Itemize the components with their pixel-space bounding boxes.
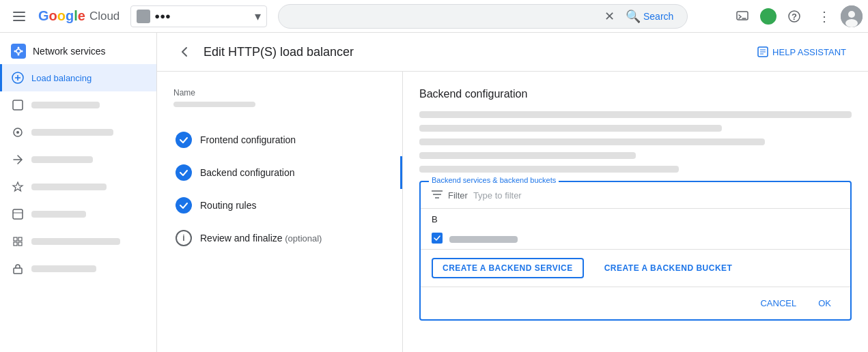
active-step-indicator: [400, 156, 402, 189]
item-content: [449, 233, 839, 243]
dropdown-item-1[interactable]: [421, 227, 850, 249]
skeleton-1: [419, 111, 852, 118]
page-header: Edit HTTP(S) load balancer HELP ASSISTAN…: [157, 33, 868, 72]
google-cloud-logo: Google Cloud: [38, 8, 120, 24]
sidebar-item-6[interactable]: [0, 201, 156, 228]
page-title: Edit HTTP(S) load balancer: [204, 45, 354, 59]
backend-services-dropdown[interactable]: Backend services & backend buckets Filte…: [419, 181, 852, 321]
sidebar-icon-2: [11, 98, 25, 112]
sidebar-item-2[interactable]: [0, 91, 156, 119]
step-check-review: i: [176, 230, 192, 246]
step-routing[interactable]: Routing rules: [173, 189, 386, 222]
svg-rect-27: [14, 268, 22, 274]
name-label: Name: [173, 88, 386, 98]
filter-icon: [432, 189, 443, 201]
create-backend-service-button[interactable]: CREATE A BACKEND SERVICE: [432, 258, 584, 278]
svg-point-9: [845, 19, 858, 27]
more-options-button[interactable]: ⋮: [811, 3, 838, 30]
step-label-frontend: Frontend configuration: [200, 134, 296, 145]
project-selector[interactable]: ●●● ▾: [130, 5, 267, 27]
user-avatar: [841, 5, 863, 27]
search-button[interactable]: 🔍 Search: [620, 6, 679, 27]
step-check-backend: [176, 164, 192, 181]
ok-button[interactable]: OK: [810, 294, 839, 312]
help-assistant-button[interactable]: HELP ASSISTANT: [752, 44, 852, 60]
item-checkbox[interactable]: [432, 233, 443, 244]
config-title: Backend configuration: [419, 88, 852, 100]
sidebar-item-5[interactable]: [0, 173, 156, 201]
sidebar-item-3[interactable]: [0, 119, 156, 146]
backend-services-label: Backend services & backend buckets: [429, 176, 559, 184]
step-backend[interactable]: Backend configuration: [173, 156, 386, 189]
terminal-button[interactable]: [729, 3, 756, 30]
step-check-routing: [176, 197, 192, 214]
sidebar-item-load-balancing[interactable]: Load balancing: [0, 64, 156, 91]
chevron-down-icon: ▾: [255, 9, 261, 24]
steps-panel: Name Frontend configuration Backend conf…: [157, 72, 403, 352]
svg-point-8: [848, 11, 855, 18]
sidebar-placeholder-2: [31, 102, 100, 108]
sidebar-placeholder-6: [31, 211, 86, 218]
svg-rect-24: [18, 237, 22, 241]
sidebar-item-4[interactable]: [0, 146, 156, 173]
sidebar-placeholder-7: [31, 238, 120, 245]
sidebar-placeholder-3: [31, 129, 113, 136]
step-frontend[interactable]: Frontend configuration: [173, 123, 386, 156]
step-label-backend: Backend configuration: [200, 167, 295, 178]
project-icon: [137, 10, 150, 23]
sidebar-placeholder-5: [31, 184, 107, 190]
load-balancing-icon: [11, 71, 25, 85]
status-indicator: [759, 7, 778, 26]
sidebar-icon-8: [11, 262, 25, 276]
name-value-placeholder: [173, 102, 255, 107]
google-g: Google: [38, 8, 85, 24]
step-review[interactable]: i Review and finalize (optional): [173, 222, 386, 254]
sidebar-item-8[interactable]: [0, 255, 156, 282]
sidebar-placeholder-8: [31, 265, 96, 272]
config-panel: Backend configuration Backend services &…: [403, 72, 868, 352]
sidebar-placeholder-4: [31, 156, 93, 163]
dialog-footer: CANCEL OK: [421, 287, 850, 319]
svg-rect-2: [13, 20, 25, 21]
sidebar-item-7[interactable]: [0, 228, 156, 255]
svg-rect-23: [14, 237, 17, 241]
checkbox-check-icon: [434, 235, 440, 241]
create-backend-bucket-button[interactable]: CREATE A BACKEND BUCKET: [595, 258, 742, 278]
more-icon: ⋮: [817, 8, 831, 25]
skeleton-4: [419, 152, 636, 159]
back-button[interactable]: [173, 41, 195, 63]
sidebar-icon-3: [11, 126, 25, 139]
cancel-button[interactable]: CANCEL: [752, 294, 804, 312]
checkmark-icon-3: [179, 201, 188, 210]
svg-point-13: [14, 50, 16, 53]
help-button[interactable]: ?: [781, 3, 808, 30]
svg-point-11: [18, 47, 20, 49]
svg-rect-26: [18, 242, 22, 246]
sidebar-title: Network services: [33, 46, 106, 57]
help-assistant-label: HELP ASSISTANT: [772, 47, 846, 57]
avatar[interactable]: [841, 5, 863, 27]
cloud-text: Cloud: [89, 10, 120, 23]
step-label-review: Review and finalize (optional): [200, 233, 322, 244]
page-header-left: Edit HTTP(S) load balancer: [173, 41, 354, 63]
svg-point-12: [18, 54, 20, 56]
svg-rect-0: [13, 12, 25, 13]
svg-point-10: [16, 49, 20, 53]
help-assistant-icon: [757, 46, 768, 57]
svg-rect-25: [14, 242, 17, 246]
filter-row: Filter Type to filter: [421, 182, 850, 209]
filter-label: Filter: [448, 190, 468, 201]
sidebar-item-label: Load balancing: [31, 73, 92, 83]
svg-text:?: ?: [792, 12, 797, 22]
main-content: Edit HTTP(S) load balancer HELP ASSISTAN…: [157, 33, 868, 352]
help-icon: ?: [787, 10, 801, 23]
svg-rect-21: [13, 209, 23, 219]
search-input[interactable]: [287, 11, 604, 22]
hamburger-menu[interactable]: [5, 3, 33, 30]
svg-rect-18: [13, 100, 23, 110]
clear-icon[interactable]: ✕: [604, 9, 615, 24]
checkmark-icon: [179, 135, 188, 145]
step-check-frontend: [176, 132, 192, 148]
svg-point-20: [16, 131, 19, 134]
topbar-actions: ? ⋮: [729, 3, 863, 30]
